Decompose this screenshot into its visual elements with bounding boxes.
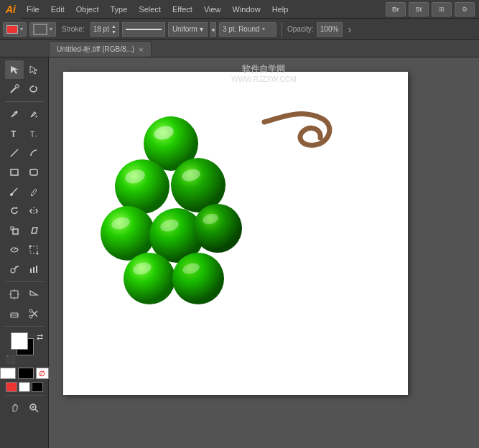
white-swatch[interactable]: [19, 382, 30, 392]
profile-expand-arrow: ◂: [211, 26, 215, 33]
swap-colors-btn[interactable]: ⇄: [37, 332, 43, 342]
tool-row-5: [5, 144, 43, 162]
profile-arrow: ▾: [262, 26, 265, 32]
black-swatch[interactable]: [32, 382, 43, 392]
grid-layout-icon[interactable]: ⊞: [432, 2, 452, 17]
menu-file[interactable]: File: [22, 4, 45, 15]
stroke-color-dropdown[interactable]: ▾: [29, 22, 56, 37]
stroke-indicator[interactable]: [18, 368, 34, 379]
menu-object[interactable]: Object: [71, 4, 104, 15]
profile-dropdown[interactable]: 3 pt. Round ▾: [219, 22, 276, 37]
fill-color-swatch[interactable]: [11, 332, 28, 350]
tab-close-btn[interactable]: ×: [139, 45, 143, 54]
document-tab[interactable]: Untitled-柜.tiff (RGB/8...) ×: [49, 41, 152, 57]
tool-divider-3: [5, 326, 44, 327]
scissors-tool[interactable]: [24, 304, 43, 323]
tool-row-9: [5, 221, 43, 240]
toolbar-separator: [282, 22, 282, 37]
tool-row-view: [5, 398, 43, 417]
stroke-up-arrow[interactable]: ▲: [111, 24, 116, 29]
stock-icon[interactable]: St: [409, 2, 429, 17]
opacity-value[interactable]: 100%: [317, 22, 343, 37]
grapes-illustration: [92, 93, 250, 323]
svg-line-37: [35, 409, 38, 412]
slice-tool[interactable]: [24, 285, 43, 304]
selection-tool[interactable]: [5, 60, 24, 79]
symbol-sprayer-tool[interactable]: [5, 260, 24, 279]
shear-tool[interactable]: [24, 221, 43, 240]
tool-divider-2: [5, 281, 44, 282]
fill-color-chip: [6, 25, 18, 34]
menu-effect[interactable]: Effect: [167, 4, 197, 15]
menu-view[interactable]: View: [199, 4, 226, 15]
bridge-icon[interactable]: Br: [386, 2, 406, 17]
none-indicator[interactable]: ∅: [36, 368, 49, 379]
stroke-line-preview[interactable]: [122, 22, 165, 37]
add-anchor-tool[interactable]: +: [24, 105, 43, 123]
menu-type[interactable]: Type: [106, 4, 133, 15]
graph-tool[interactable]: [24, 260, 43, 279]
zoom-tool[interactable]: [24, 398, 43, 417]
rotate-tool[interactable]: [5, 202, 24, 220]
svg-line-7: [11, 149, 18, 157]
stroke-line: [126, 29, 162, 30]
red-swatch[interactable]: [6, 382, 17, 392]
svg-line-0: [11, 88, 16, 93]
tab-bar: Untitled-柜.tiff (RGB/8...) ×: [0, 40, 479, 57]
default-colors-btn[interactable]: ⬛: [6, 355, 16, 364]
rectangle-tool[interactable]: [5, 163, 24, 182]
settings-icon[interactable]: ⚙: [455, 2, 475, 17]
uniform-arrow: ▾: [200, 25, 203, 33]
line-tool[interactable]: [5, 144, 24, 162]
free-transform-tool[interactable]: [24, 241, 43, 259]
artboard-tool[interactable]: [5, 285, 24, 304]
scale-tool[interactable]: [5, 221, 24, 240]
tool-divider-4: [5, 395, 44, 396]
svg-rect-1: [15, 84, 19, 88]
tool-row-10: [5, 241, 43, 259]
tool-row-3: +: [5, 105, 43, 123]
pen-tool[interactable]: [5, 105, 24, 123]
arc-tool[interactable]: [24, 144, 43, 162]
selection-dropdown[interactable]: ▾: [3, 22, 27, 37]
svg-point-46: [124, 253, 175, 304]
stroke-down-arrow[interactable]: ▼: [111, 29, 116, 35]
direct-selection-tool[interactable]: [24, 60, 43, 79]
svg-point-2: [16, 111, 18, 113]
menu-help[interactable]: Help: [267, 4, 294, 15]
menu-window[interactable]: Window: [228, 4, 266, 15]
menu-select[interactable]: Select: [134, 4, 166, 15]
svg-point-21: [17, 266, 19, 267]
warp-tool[interactable]: [5, 241, 24, 259]
magic-wand-tool[interactable]: [5, 80, 24, 98]
fill-indicator[interactable]: [0, 368, 16, 379]
control-bar: ▾ ▾ Stroke: 18 pt ▲ ▼ Uniform ▾ ◂ 3 pt. …: [0, 19, 479, 40]
eraser-tool[interactable]: [5, 304, 24, 323]
tool-row-8: [5, 202, 43, 220]
stroke-size-spinner[interactable]: 18 pt ▲ ▼: [90, 22, 119, 37]
type-tool[interactable]: T: [5, 124, 24, 143]
rounded-rect-tool[interactable]: [24, 163, 43, 182]
paintbrush-tool[interactable]: [5, 182, 24, 201]
svg-rect-22: [30, 269, 32, 273]
menu-items: File Edit Object Type Select Effect View…: [22, 4, 386, 15]
svg-line-35: [32, 312, 37, 317]
touch-type-tool[interactable]: T~: [24, 124, 43, 143]
svg-rect-24: [36, 266, 37, 273]
reflect-tool[interactable]: [24, 202, 43, 220]
menu-edit[interactable]: Edit: [46, 4, 70, 15]
uniform-label: Uniform: [172, 25, 197, 33]
lasso-tool[interactable]: [24, 80, 43, 98]
stroke-label: Stroke:: [59, 25, 88, 33]
stroke-size-value: 18 pt: [93, 25, 109, 33]
pencil-tool[interactable]: [24, 182, 43, 201]
chevron-right-btn[interactable]: ›: [348, 24, 352, 35]
uniform-dropdown[interactable]: Uniform ▾: [168, 22, 208, 37]
canvas-area: 软件自学网 WWW.RJZXW.COM: [49, 57, 479, 448]
tab-title: Untitled-柜.tiff (RGB/8...): [57, 45, 134, 55]
profile-expand-btn[interactable]: ◂: [210, 22, 216, 37]
tool-row-4: T T~: [5, 124, 43, 143]
hand-tool[interactable]: [5, 398, 24, 417]
svg-point-47: [172, 253, 224, 304]
svg-text:~: ~: [34, 134, 37, 139]
